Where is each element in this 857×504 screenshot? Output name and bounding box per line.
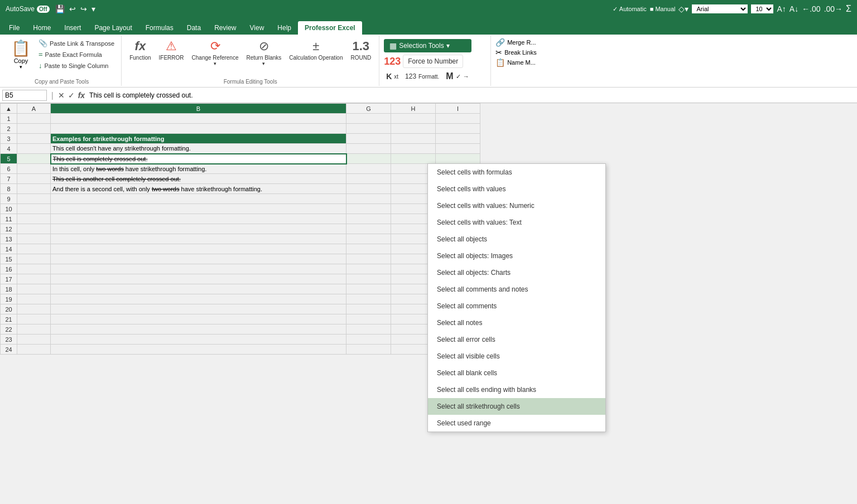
- cell-b4[interactable]: This cell doesn't have any strikethrough…: [51, 144, 346, 154]
- cell-h5[interactable]: [391, 154, 436, 164]
- name-m-button[interactable]: Name M...: [507, 59, 536, 66]
- cell-b20[interactable]: [51, 304, 346, 314]
- cell-b5[interactable]: This cell is completely crossed out.: [51, 154, 346, 164]
- cell-b2[interactable]: [51, 124, 346, 134]
- cell-a4[interactable]: [17, 144, 51, 154]
- col-header-h[interactable]: H: [391, 104, 436, 114]
- function-button[interactable]: fx Function: [126, 37, 154, 63]
- cell-a18[interactable]: [17, 284, 51, 294]
- autosave-toggle[interactable]: Off: [37, 6, 49, 13]
- cell-i3[interactable]: [436, 134, 480, 144]
- cell-g6[interactable]: [346, 164, 391, 174]
- cell-h4[interactable]: [391, 144, 436, 154]
- dropdown-item-formulas[interactable]: Select cells with formulas: [428, 164, 605, 181]
- cell-a15[interactable]: [17, 254, 51, 264]
- cell-b19[interactable]: [51, 294, 346, 304]
- merge-button[interactable]: Merge R...: [507, 39, 536, 46]
- paste-single-column-button[interactable]: ↓ Paste to Single Column: [36, 60, 117, 71]
- cell-g9[interactable]: [346, 194, 391, 204]
- cell-a12[interactable]: [17, 224, 51, 234]
- tab-file[interactable]: File: [2, 21, 26, 35]
- cell-g15[interactable]: [346, 254, 391, 264]
- dropdown-item-objects[interactable]: Select all objects: [428, 231, 605, 248]
- cell-g8[interactable]: [346, 184, 391, 194]
- tab-professor-excel[interactable]: Professor Excel: [298, 21, 362, 35]
- dropdown-item-strikethrough[interactable]: Select all strikethrough cells: [428, 398, 605, 415]
- change-reference-button[interactable]: ⟳ Change Reference ▾: [189, 37, 242, 69]
- cell-b7[interactable]: This cell is another cell completely cro…: [51, 174, 346, 184]
- cell-g4[interactable]: [346, 144, 391, 154]
- confirm-formula-icon[interactable]: ✓: [68, 91, 75, 100]
- dropdown-item-objects-images[interactable]: Select all objects: Images: [428, 248, 605, 264]
- format-tool-button[interactable]: 123 Formatt.: [403, 70, 441, 83]
- selection-tools-button[interactable]: ▦ Selection Tools ▾: [384, 39, 471, 52]
- calculation-button[interactable]: ± Calculation Operation: [286, 37, 346, 63]
- cell-g11[interactable]: [346, 214, 391, 224]
- tab-page-layout[interactable]: Page Layout: [88, 21, 138, 35]
- dropdown-item-notes[interactable]: Select all notes: [428, 314, 605, 331]
- iferror-button[interactable]: ⚠ IFERROR: [156, 37, 187, 63]
- tab-insert[interactable]: Insert: [57, 21, 88, 35]
- cell-b23[interactable]: [51, 335, 346, 345]
- font-size-selector[interactable]: 10: [751, 4, 773, 13]
- cell-i2[interactable]: [436, 124, 480, 134]
- cell-a17[interactable]: [17, 274, 51, 284]
- cell-a7[interactable]: [17, 174, 51, 184]
- break-links-button[interactable]: Break Links: [504, 49, 536, 56]
- return-blanks-button[interactable]: ⊘ Return Blanks ▾: [243, 37, 285, 69]
- cell-h2[interactable]: [391, 124, 436, 134]
- cell-h1[interactable]: [391, 114, 436, 124]
- col-header-b[interactable]: B: [51, 104, 346, 114]
- cell-g18[interactable]: [346, 284, 391, 294]
- cell-a1[interactable]: [17, 114, 51, 124]
- cell-g21[interactable]: [346, 314, 391, 324]
- cell-a6[interactable]: [17, 164, 51, 174]
- sum-icon[interactable]: Σ: [846, 4, 851, 14]
- cell-b6[interactable]: In this cell, only two words have strike…: [51, 164, 346, 174]
- cell-b1[interactable]: [51, 114, 346, 124]
- cell-b8[interactable]: And there is a second cell, with only tw…: [51, 184, 346, 194]
- tab-home[interactable]: Home: [26, 21, 57, 35]
- cell-g5[interactable]: [346, 154, 391, 164]
- cell-i5[interactable]: [436, 154, 480, 164]
- diamond-icon[interactable]: ◇▾: [678, 4, 689, 13]
- cell-g17[interactable]: [346, 274, 391, 284]
- dropdown-item-ending-blanks[interactable]: Select all cells ending with blanks: [428, 381, 605, 398]
- cell-b21[interactable]: [51, 314, 346, 324]
- quick-access-icon[interactable]: ▾: [92, 4, 95, 13]
- dropdown-item-values[interactable]: Select cells with values: [428, 181, 605, 197]
- cell-a11[interactable]: [17, 214, 51, 224]
- cell-a19[interactable]: [17, 294, 51, 304]
- cell-b10[interactable]: [51, 204, 346, 214]
- cell-reference-box[interactable]: [2, 90, 47, 101]
- formula-input[interactable]: [87, 90, 855, 100]
- cell-g12[interactable]: [346, 224, 391, 234]
- copy-button[interactable]: 📋 Copy ▾: [7, 37, 35, 72]
- cell-b22[interactable]: [51, 324, 346, 335]
- tab-formulas[interactable]: Formulas: [139, 21, 180, 35]
- dropdown-item-comments[interactable]: Select all comments: [428, 298, 605, 314]
- cell-g1[interactable]: [346, 114, 391, 124]
- cell-a24[interactable]: [17, 345, 51, 355]
- cell-a13[interactable]: [17, 234, 51, 244]
- cell-g19[interactable]: [346, 294, 391, 304]
- dropdown-item-values-numeric[interactable]: Select cells with values: Numeric: [428, 197, 605, 214]
- cell-g2[interactable]: [346, 124, 391, 134]
- col-header-a[interactable]: A: [17, 104, 51, 114]
- function-bar-icon[interactable]: fx: [78, 91, 85, 100]
- paste-exact-formula-button[interactable]: = Paste Exact Formula: [36, 49, 117, 60]
- cell-a23[interactable]: [17, 335, 51, 345]
- tab-help[interactable]: Help: [271, 21, 298, 35]
- font-shrink-icon[interactable]: A↓: [789, 4, 798, 13]
- paste-link-transpose-button[interactable]: 📎 Paste Link & Transpose: [36, 38, 117, 49]
- cell-g16[interactable]: [346, 264, 391, 274]
- force-to-number-button[interactable]: Force to Number: [403, 55, 463, 68]
- col-header-g[interactable]: G: [346, 104, 391, 114]
- cell-a14[interactable]: [17, 244, 51, 254]
- dropdown-item-values-text[interactable]: Select cells with values: Text: [428, 214, 605, 231]
- col-header-i[interactable]: I: [436, 104, 480, 114]
- cell-h3[interactable]: [391, 134, 436, 144]
- tab-data[interactable]: Data: [180, 21, 208, 35]
- tab-view[interactable]: View: [243, 21, 271, 35]
- cell-a22[interactable]: [17, 324, 51, 335]
